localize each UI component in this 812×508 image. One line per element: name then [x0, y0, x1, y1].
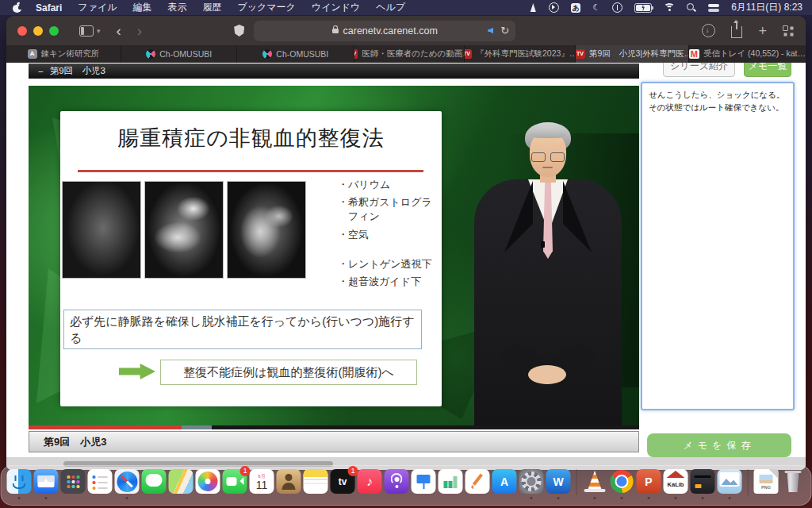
vlc-status-icon[interactable]	[529, 3, 537, 12]
dock-chrome-icon[interactable]	[610, 469, 634, 498]
back-button[interactable]: ‹	[117, 22, 121, 40]
video-title-bar: − 第9回 小児3	[29, 64, 639, 79]
running-indicator	[45, 497, 48, 499]
dock-vlc-icon[interactable]	[583, 469, 607, 498]
bullet-list-contrast-agents: バリウム 希釈ガストログラフィン 空気	[338, 178, 439, 245]
play-status-icon[interactable]	[549, 2, 559, 13]
tab-active-video[interactable]: × TV 第9回 小児3|外科専門医…	[575, 45, 688, 63]
sidebar-toggle-icon[interactable]	[79, 25, 94, 37]
dock-reminders-icon[interactable]	[88, 469, 113, 498]
dock-word-icon[interactable]: W	[546, 469, 571, 498]
omusubi-icon	[146, 49, 155, 59]
dock-safari-icon[interactable]	[115, 469, 140, 498]
address-bar[interactable]: carenetv.carenet.com ↻	[254, 21, 515, 41]
dock-powerpoint-icon[interactable]: P	[637, 469, 661, 498]
dock-notes-icon[interactable]	[304, 469, 328, 498]
tab-label: 第9回 小児3|外科専門医…	[589, 48, 688, 60]
zoom-window-button[interactable]	[49, 26, 59, 36]
kalib-app-icon: KaLib	[664, 469, 688, 494]
menu-bookmarks[interactable]: ブックマーク	[229, 1, 303, 14]
tab-overview-icon[interactable]	[783, 25, 793, 36]
dock-appletv-icon[interactable]: tv1	[331, 469, 355, 498]
tab-gmail-inbox[interactable]: M 受信トレイ (40,552) - kat…	[688, 45, 806, 63]
menu-file[interactable]: ファイル	[70, 1, 124, 14]
dock-appstore-icon[interactable]: A	[492, 469, 517, 498]
settings-app-icon	[519, 469, 544, 494]
dock-settings-icon[interactable]	[519, 469, 544, 498]
dock-facetime-icon[interactable]: 1	[223, 469, 247, 498]
video-caption-bar: 第9回 小児3	[29, 431, 639, 452]
menu-edit[interactable]: 編集	[124, 1, 159, 14]
dock-scanner-icon[interactable]	[691, 469, 715, 498]
menu-history[interactable]: 履歴	[194, 1, 229, 14]
dock-music-icon[interactable]: ♪	[358, 469, 382, 498]
dock-trash-icon[interactable]	[781, 469, 806, 498]
dock-calendar-icon[interactable]: 6月11	[250, 469, 274, 498]
menu-window[interactable]: ウインドウ	[304, 1, 368, 14]
memo-save-button[interactable]: メモを保存	[647, 433, 791, 457]
maps-app-icon	[169, 469, 193, 494]
dock-kalib-icon[interactable]: KaLib	[664, 469, 688, 498]
tab-omusubi-2[interactable]: Ch-OMUSUBI	[236, 45, 354, 63]
dock-finder-icon[interactable]	[7, 469, 32, 498]
tab-label: 医師・医療者のための動画…	[362, 48, 463, 60]
focus-moon-icon[interactable]: ☾	[592, 3, 600, 12]
dock-contacts-icon[interactable]	[277, 469, 301, 498]
scanner-app-icon	[691, 469, 715, 494]
menu-view[interactable]: 表示	[159, 1, 194, 14]
dock-pages-icon[interactable]	[465, 469, 490, 498]
dock-photos-icon[interactable]	[196, 469, 220, 498]
dock-podcasts-icon[interactable]	[385, 469, 409, 498]
tab-exam-series[interactable]: TV 『外科専門医試験2023』…	[464, 45, 575, 63]
tab-renkin[interactable]: A 錬キン術研究所	[6, 45, 121, 63]
privacy-shield-icon[interactable]	[234, 25, 244, 37]
apple-menu-icon[interactable]	[13, 3, 21, 13]
control-center-icon[interactable]	[708, 4, 719, 12]
ime-icon[interactable]: あ	[571, 3, 580, 13]
messages-app-icon	[142, 469, 167, 494]
menu-help[interactable]: ヘルプ	[368, 1, 413, 14]
running-indicator	[621, 497, 623, 499]
dock-numbers-icon[interactable]	[439, 469, 463, 498]
close-window-button[interactable]	[17, 26, 27, 36]
spotlight-icon[interactable]	[687, 3, 696, 13]
tab-audio-icon[interactable]	[488, 28, 493, 34]
reload-icon[interactable]: ↻	[500, 25, 509, 36]
tab-label: 『外科専門医試験2023』…	[476, 48, 575, 60]
memo-textarea[interactable]: せんこうしたら、ショックになる。 その状態ではルート確保できない。	[641, 82, 795, 410]
powerpoint-app-icon: P	[637, 469, 661, 494]
wifi-icon[interactable]	[664, 3, 675, 12]
dock-launchpad-icon[interactable]	[61, 469, 86, 498]
share-icon[interactable]	[731, 26, 742, 38]
dock-pngfile-icon[interactable]: PNG	[754, 469, 779, 498]
desktop: Safari ファイル 編集 表示 履歴 ブックマーク ウインドウ ヘルプ あ …	[0, 0, 812, 508]
downloads-icon[interactable]	[702, 24, 715, 37]
chevron-down-icon[interactable]: ▾	[97, 27, 101, 35]
forward-button[interactable]: ›	[137, 22, 142, 40]
seek-bar[interactable]	[29, 425, 639, 429]
bullet-item: 希釈ガストログラフィン	[338, 195, 439, 224]
dock-messages-icon[interactable]	[142, 469, 167, 498]
bullet-list-guidance: レントゲン透視下 超音波ガイド下	[338, 257, 439, 292]
video-title: 第9回 小児3	[50, 65, 105, 77]
dock-maps-icon[interactable]	[169, 469, 193, 498]
dock-mail-icon[interactable]	[34, 469, 59, 498]
minimize-window-button[interactable]	[33, 26, 43, 36]
menu-safari[interactable]: Safari	[28, 2, 70, 13]
tab-omusubi-1[interactable]: Ch-OMUSUBI	[121, 45, 236, 63]
menu-clock[interactable]: 6月11日(日) 8:23	[731, 1, 802, 14]
video-player[interactable]: 腸重積症の非観血的整復法 バリウム 希釈ガストログラフィン 空気 レントゲン透視…	[29, 86, 639, 425]
battery-icon[interactable]	[634, 3, 652, 13]
dock-preview-icon[interactable]	[718, 469, 742, 498]
circle-status-icon[interactable]	[612, 2, 622, 13]
note-box: 必ず先に静脈路を確保し脱水補正を行ってから(行いつつ)施行する	[63, 310, 422, 349]
tab-carenetv-home[interactable]: TV 医師・医療者のための動画…	[354, 45, 463, 63]
page-content: シリーズ紹介 メモ一覧 − 第9回 小児3	[6, 63, 806, 470]
new-tab-icon[interactable]: +	[758, 24, 767, 38]
tab-bar: A 錬キン術研究所 Ch-OMUSUBI Ch-OMUSUBI TV 医師・医療…	[6, 45, 806, 63]
carenetv-icon: TV	[354, 49, 358, 59]
caption-text: 第9回 小児3	[44, 435, 106, 449]
appstore-app-icon: A	[492, 469, 517, 494]
dock-keynote-icon[interactable]	[412, 469, 436, 498]
collapse-icon[interactable]: −	[38, 67, 44, 76]
